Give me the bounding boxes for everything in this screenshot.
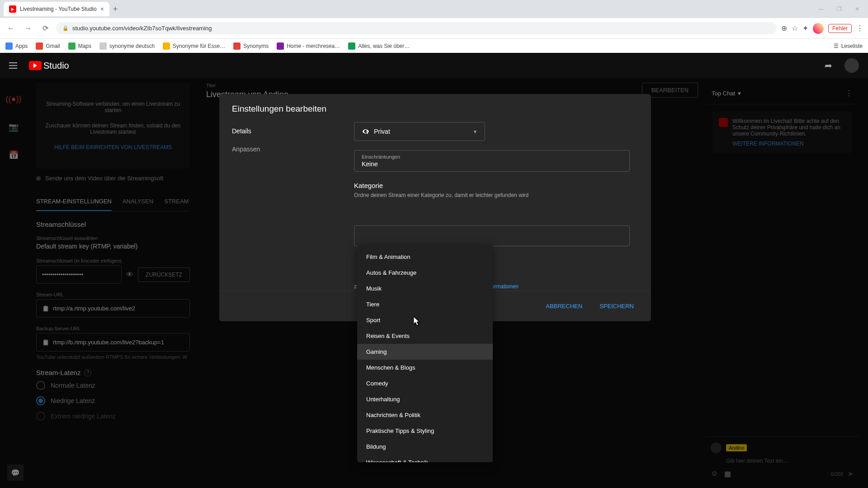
chat-username: Andino <box>726 444 747 451</box>
maximize-icon[interactable]: ❐ <box>832 3 846 15</box>
poll-icon[interactable]: ▦ <box>724 469 731 478</box>
bookmark-synonyme2[interactable]: Synonyme für Esse… <box>163 42 225 50</box>
category-option[interactable]: Tiere <box>357 296 493 312</box>
tab-analytics[interactable]: ANALYSEN <box>123 192 153 211</box>
feedback-icon[interactable]: 💬 <box>7 465 24 481</box>
calendar-icon[interactable]: 📅 <box>6 148 21 162</box>
category-option[interactable]: Praktische Tipps & Styling <box>357 423 493 439</box>
latency-normal[interactable]: Normale Latenz <box>36 381 190 390</box>
bookmark-synonyme[interactable]: synonyme deutsch <box>99 42 155 50</box>
modal-title: Einstellungen bearbeiten <box>219 94 651 122</box>
bookmark-apps[interactable]: Apps <box>5 42 28 50</box>
bookmark-gmail[interactable]: Gmail <box>36 42 60 50</box>
reload-icon[interactable]: ⟳ <box>39 22 52 35</box>
list-icon: ☰ <box>834 43 839 49</box>
chat-footer: Andino ☺ ▦ 0/200 ➤ <box>705 436 859 483</box>
backup-url-input[interactable]: 📋 rtmp://b.rtmp.youtube.com/live2?backup… <box>36 333 190 352</box>
cancel-button[interactable]: ABBRECHEN <box>539 298 589 314</box>
stream-url-input[interactable]: 📋 rtmp://a.rtmp.youtube.com/live2 <box>36 299 190 318</box>
visibility-icon[interactable]: 👁 <box>126 271 133 279</box>
minimize-icon[interactable]: — <box>814 3 828 15</box>
radio-icon <box>36 381 45 390</box>
latency-low[interactable]: Niedrige Latenz <box>36 396 190 405</box>
chevron-down-icon: ▾ <box>738 90 741 97</box>
browser-tab[interactable]: ▶ Livestreaming - YouTube Studio × <box>4 2 109 16</box>
tab-title: Livestreaming - YouTube Studio <box>20 6 97 12</box>
more-info-link[interactable]: WEITERE INFORMATIONEN <box>732 141 845 147</box>
bookmark-maps[interactable]: Maps <box>68 42 91 50</box>
bookmark-merch[interactable]: Home - merchresea… <box>277 42 340 50</box>
webcam-icon[interactable]: 📷 <box>6 120 21 134</box>
modal-tab-customize[interactable]: Anpassen <box>232 140 346 158</box>
bookmark-alles[interactable]: Alles, was Sie über… <box>348 42 410 50</box>
close-window-icon[interactable]: ✕ <box>850 3 864 15</box>
star-icon[interactable]: ☆ <box>792 24 798 33</box>
menu-icon[interactable]: ⋮ <box>856 24 863 33</box>
youtube-studio-logo[interactable]: Studio <box>29 61 69 71</box>
copy-icon[interactable]: 📋 <box>42 339 49 346</box>
stream-key-input[interactable]: •••••••••••••••••••• <box>36 265 122 284</box>
category-option[interactable]: Menschen & Blogs <box>357 360 493 375</box>
save-button[interactable]: SPEICHERN <box>593 298 640 314</box>
chat-input[interactable] <box>711 456 794 466</box>
category-option[interactable]: Comedy <box>357 375 493 391</box>
install-icon[interactable]: ⊕ <box>781 24 787 33</box>
youtube-favicon: ▶ <box>9 5 16 13</box>
privacy-select[interactable]: 👁‍🗨 Privat ▼ <box>354 122 485 141</box>
category-option[interactable]: Bildung <box>357 439 493 455</box>
latency-ultra-low[interactable]: Extrem niedrige Latenz <box>36 412 190 421</box>
tab-stream[interactable]: STREAM <box>164 192 189 211</box>
chat-body: Willkommen im Livechat! Bitte achte auf … <box>705 104 859 436</box>
chat-tab-selector[interactable]: Top Chat ▾ <box>712 90 741 97</box>
chat-welcome-message: Willkommen im Livechat! Bitte achte auf … <box>712 112 852 153</box>
rtmps-helper: YouTube unterstützt außerdem RTMPS für s… <box>36 354 190 360</box>
category-option[interactable]: Wissenschaft & Technik <box>357 455 493 462</box>
category-option[interactable]: Reisen & Events <box>357 328 493 344</box>
modal-tab-details[interactable]: Details <box>232 122 346 140</box>
category-option[interactable]: Film & Animation <box>357 249 493 265</box>
forward-icon[interactable]: → <box>22 22 34 35</box>
youtube-icon <box>719 118 728 127</box>
help-link[interactable]: HILFE BEIM EINRICHTEN VON LIVESTREAMS <box>54 144 172 150</box>
gmail-icon <box>36 42 43 50</box>
category-option[interactable]: Sport <box>357 312 493 328</box>
category-dropdown: Film & Animation Autos & Fahrzeuge Musik… <box>357 245 493 462</box>
share-icon[interactable]: ➦ <box>821 58 835 73</box>
reading-list[interactable]: ☰Leseliste <box>834 43 863 49</box>
status-dot-icon <box>36 176 41 181</box>
emoji-icon[interactable]: ☺ <box>711 469 718 478</box>
category-option[interactable]: Musik <box>357 281 493 296</box>
error-badge[interactable]: Fehler <box>828 24 852 33</box>
extensions-icon[interactable]: ✦ <box>802 24 808 33</box>
chevron-down-icon: ▼ <box>473 129 477 134</box>
key-select-value[interactable]: Default stream key (RTMP, variabel) <box>36 243 190 250</box>
status-text: Sende uns dein Video über die Streamings… <box>45 175 172 182</box>
category-option-gaming[interactable]: Gaming <box>357 344 493 360</box>
close-tab-icon[interactable]: × <box>100 5 104 13</box>
category-option[interactable]: Nachrichten & Politik <box>357 407 493 423</box>
stream-icon[interactable]: ((●)) <box>6 92 21 106</box>
bookmark-synonyms[interactable]: Synonyms <box>233 42 269 50</box>
category-select-hidden[interactable] <box>354 225 630 246</box>
restrictions-input[interactable]: Einschränkungen Keine <box>354 150 630 172</box>
backup-url-label: Backup-Server-URL <box>36 326 190 331</box>
chat-menu-icon[interactable]: ⋮ <box>845 89 853 98</box>
url-input[interactable]: 🔒 studio.youtube.com/video/kZIb7soTqwk/l… <box>56 22 777 34</box>
latency-section: Stream-Latenz ? Normale Latenz Niedrige … <box>36 369 190 421</box>
title-label: Titel <box>206 83 288 88</box>
new-tab-button[interactable]: + <box>113 5 118 14</box>
help-icon[interactable]: ? <box>84 369 91 376</box>
preview-panel: Streaming-Software verbinden, um einen L… <box>36 83 190 483</box>
reset-button[interactable]: ZURÜCKSETZ <box>138 267 190 282</box>
page-icon <box>233 42 241 50</box>
tab-stream-settings[interactable]: STREAM-EINSTELLUNGEN <box>36 192 112 211</box>
channel-avatar[interactable] <box>844 58 859 73</box>
category-option[interactable]: Autos & Fahrzeuge <box>357 265 493 281</box>
chat-panel: Top Chat ▾ ⋮ Willkommen im Livechat! Bit… <box>705 83 859 483</box>
profile-avatar[interactable] <box>813 23 824 34</box>
back-icon[interactable]: ← <box>5 22 17 35</box>
category-option[interactable]: Unterhaltung <box>357 391 493 407</box>
send-icon[interactable]: ➤ <box>848 469 854 478</box>
copy-icon[interactable]: 📋 <box>42 305 49 312</box>
hamburger-icon[interactable] <box>9 60 20 71</box>
